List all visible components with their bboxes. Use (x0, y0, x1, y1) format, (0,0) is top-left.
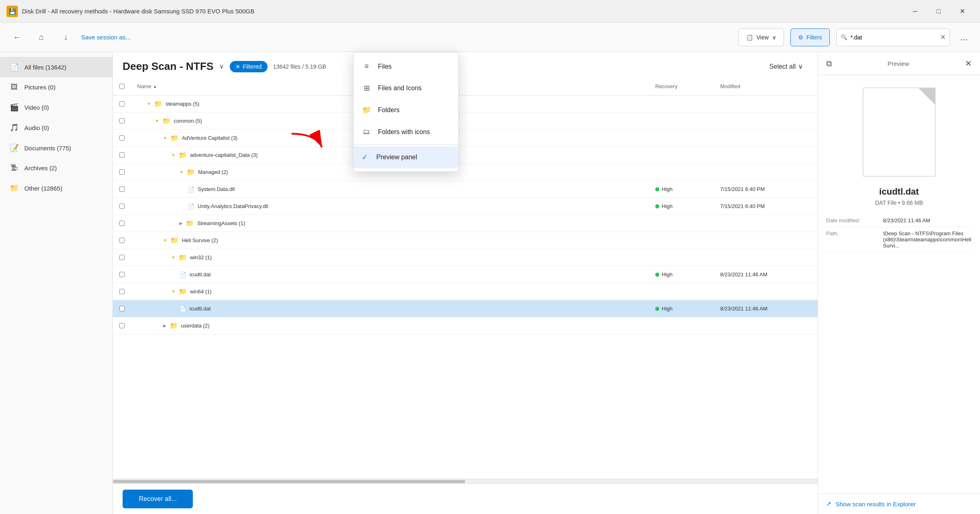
row-checkbox[interactable] (116, 304, 134, 313)
table-row[interactable]: 📄 System.Data.dll High 7/15/2021 6:40 PM (113, 181, 818, 198)
scan-title-dropdown-icon[interactable]: ∨ (219, 63, 224, 70)
save-session-link[interactable]: Save session as... (81, 34, 131, 41)
horizontal-scrollbar[interactable] (113, 479, 818, 484)
row-modified: 8/23/2021 11:46 AM (717, 270, 814, 279)
search-box: 🔍 ✕ (836, 28, 950, 46)
expand-icon[interactable]: ▼ (155, 119, 159, 123)
row-recovery: High (652, 270, 717, 279)
table-row[interactable]: ▼ 📁 common (5) (113, 113, 818, 130)
sidebar-item-all-files[interactable]: 📄 All files (13642) (0, 57, 112, 77)
expand-icon[interactable]: ▼ (171, 289, 175, 294)
row-modified (717, 102, 814, 106)
menu-item-preview-panel[interactable]: ✓ Preview panel (354, 146, 458, 168)
sidebar-item-pictures[interactable]: 🖼 Pictures (0) (0, 77, 112, 97)
menu-item-folders[interactable]: 📁 Folders (354, 99, 458, 121)
close-button[interactable]: ✕ (951, 4, 974, 19)
row-checkbox[interactable] (116, 253, 134, 262)
table-row[interactable]: ▼ 📁 adventure-capitalist_Data (3) (113, 147, 818, 164)
table-row[interactable]: ▼ 📁 win32 (1) (113, 249, 818, 266)
file-icon: 📄 (179, 271, 186, 278)
row-modified: 7/15/2021 6:40 PM (717, 184, 814, 194)
row-filename: win64 (1) (190, 288, 212, 295)
home-button[interactable]: ⌂ (32, 28, 50, 46)
sidebar-item-other[interactable]: 📁 Other (12865) (0, 178, 112, 198)
table-row[interactable]: ▼ 📁 steamapps (5) (113, 95, 818, 113)
meta-path-label: Path: (826, 230, 883, 249)
search-input[interactable] (850, 34, 937, 41)
row-name: ▼ 📁 win32 (1) (134, 252, 652, 263)
preview-close-button[interactable]: ✕ (965, 59, 972, 68)
menu-item-files-and-icons[interactable]: ⊞ Files and Icons (354, 77, 458, 99)
table-row[interactable]: 📄 Unity.Analytics.DataPrivacy.dll High 7… (113, 198, 818, 215)
row-modified (717, 239, 814, 242)
close-filter-icon[interactable]: ✕ (235, 63, 240, 70)
more-options-button[interactable]: ... (956, 32, 972, 43)
table-row[interactable]: ▼ 📁 Managed (2) (113, 164, 818, 181)
select-all-button[interactable]: Select all ∨ (764, 59, 808, 74)
meta-path: Path: \Deep Scan - NTFS\Program Files (x… (826, 227, 972, 252)
sidebar-item-archives[interactable]: 🗜 Archives (2) (0, 158, 112, 178)
select-all-checkbox[interactable] (119, 84, 125, 89)
select-all-chevron-icon: ∨ (798, 63, 803, 70)
expand-icon[interactable]: ▶ (179, 221, 183, 226)
row-checkbox[interactable] (116, 134, 134, 142)
horizontal-scrollbar-thumb[interactable] (113, 480, 465, 483)
file-icon: 📄 (188, 203, 194, 210)
row-name: 📄 icudtl.dat (134, 304, 652, 314)
view-button[interactable]: 📋 View ∨ (738, 28, 784, 46)
table-row[interactable]: 📄 icudtl.dat High 8/23/2021 11:46 AM (113, 300, 818, 317)
show-in-explorer-label: Show scan results in Explorer (835, 501, 916, 507)
expand-icon[interactable]: ▼ (163, 238, 167, 243)
file-icon: 📄 (179, 306, 186, 312)
recovery-label: High (662, 306, 673, 312)
row-checkbox[interactable] (116, 185, 134, 193)
download-button[interactable]: ↓ (57, 28, 75, 46)
search-icon: 🔍 (841, 34, 847, 40)
table-row[interactable]: ▼ 📁 win64 (1) (113, 283, 818, 300)
expand-icon[interactable]: ▼ (171, 153, 175, 157)
filters-button[interactable]: ⚙ Filters (790, 28, 830, 46)
filtered-badge[interactable]: ✕ Filtered (230, 61, 268, 72)
row-filename: userdata (2) (181, 323, 209, 329)
row-checkbox[interactable] (116, 287, 134, 296)
meta-date-modified-label: Date modified: (826, 217, 883, 223)
expand-icon[interactable]: ▶ (163, 323, 166, 328)
row-checkbox[interactable] (116, 236, 134, 245)
show-in-explorer-button[interactable]: ↗ Show scan results in Explorer (818, 493, 980, 514)
table-row[interactable]: ▶ 📁 userdata (2) (113, 317, 818, 334)
sidebar-label-archives: Archives (2) (24, 165, 57, 171)
expand-icon[interactable]: ▼ (163, 136, 167, 140)
row-checkbox[interactable] (116, 270, 134, 279)
recover-all-button[interactable]: Recover all... (123, 490, 193, 508)
sidebar-item-audio[interactable]: 🎵 Audio (0) (0, 117, 112, 138)
sidebar-item-video[interactable]: 🎬 Video (0) (0, 97, 112, 117)
menu-item-folders-with-icons[interactable]: 🗂 Folders with icons (354, 121, 458, 143)
toolbar: ← ⌂ ↓ Save session as... 📋 View ∨ ⚙ Filt… (0, 23, 980, 52)
table-row[interactable]: 📄 icudtl.dat High 8/23/2021 11:46 AM (113, 266, 818, 283)
expand-icon[interactable]: ▼ (171, 255, 175, 260)
copy-button[interactable]: ⧉ (826, 59, 832, 68)
table-row[interactable]: ▼ 📁 AdVenture Capitalist (3) (113, 130, 818, 147)
row-checkbox[interactable] (116, 219, 134, 228)
search-clear-icon[interactable]: ✕ (940, 33, 945, 41)
folder-icon: 📁 (154, 100, 162, 108)
row-checkbox[interactable] (116, 117, 134, 125)
expand-icon[interactable]: ▼ (147, 102, 151, 106)
expand-icon[interactable]: ▼ (179, 170, 183, 174)
row-checkbox[interactable] (116, 100, 134, 108)
back-button[interactable]: ← (8, 28, 26, 46)
table-row[interactable]: ▶ 📁 StreamingAssets (1) (113, 215, 818, 232)
maximize-button[interactable]: □ (927, 4, 950, 19)
row-checkbox[interactable] (116, 202, 134, 210)
sidebar-item-documents[interactable]: 📝 Documents (775) (0, 138, 112, 158)
row-checkbox[interactable] (116, 321, 134, 330)
minimize-button[interactable]: ─ (904, 4, 926, 19)
th-recovery: Recovery (652, 81, 717, 92)
row-checkbox[interactable] (116, 168, 134, 176)
recovery-status-dot (655, 307, 659, 311)
menu-item-files[interactable]: ≡ Files (354, 56, 458, 77)
row-name: 📄 icudtl.dat (134, 270, 652, 280)
table-row[interactable]: ▼ 📁 Hell Survive (2) (113, 232, 818, 249)
row-recovery (652, 324, 717, 327)
row-checkbox[interactable] (116, 151, 134, 159)
